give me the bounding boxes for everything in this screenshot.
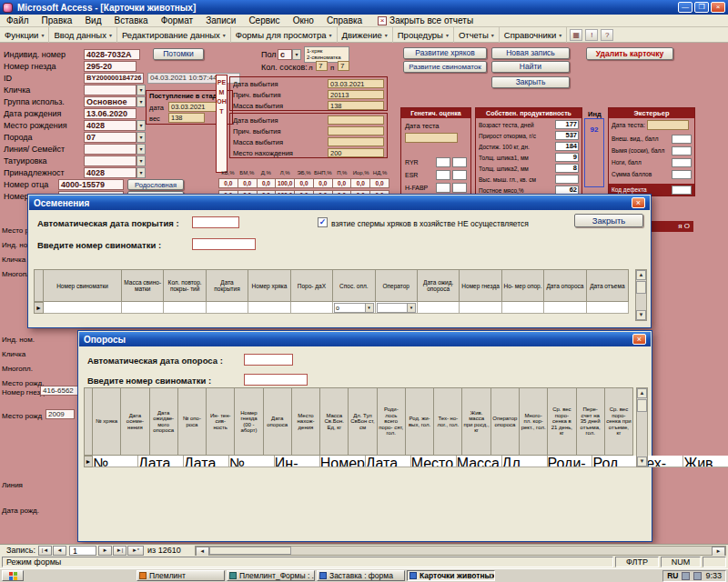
- cell-wean-date[interactable]: [587, 302, 629, 314]
- column-header[interactable]: Ср. вес поро- сенка при отъеме, кг: [605, 387, 633, 456]
- birth-date-field[interactable]: 13.06.2020: [84, 108, 136, 119]
- cell-method-combo[interactable]: о▾: [333, 302, 375, 314]
- productivity-value-field[interactable]: 9: [555, 153, 579, 162]
- farrow-row-cell[interactable]: Роди- лось всего поро- сят, гол.: [548, 456, 593, 467]
- farrow-row-cell[interactable]: Жив. масса при росд., кг: [683, 456, 728, 467]
- cell-expected-farrow-date[interactable]: [418, 302, 460, 314]
- exterior-value-field[interactable]: [672, 135, 692, 144]
- column-header[interactable]: Дата ожид. опороса: [418, 269, 460, 302]
- tray-icon[interactable]: [682, 572, 690, 580]
- exit-row[interactable]: Дата выбытия: [230, 115, 387, 125]
- line-family-field[interactable]: [84, 144, 136, 155]
- menu-item[interactable]: Правка: [35, 15, 79, 26]
- gene-value-field[interactable]: [436, 157, 450, 167]
- farrow-row-cell[interactable]: Место нахож- дения: [411, 456, 457, 467]
- cell-operator-combo[interactable]: ▾: [376, 302, 418, 314]
- blood-value-cell[interactable]: 0,0: [218, 178, 238, 188]
- column-header[interactable]: Ин- тен- сив- ность: [207, 387, 235, 456]
- dropdown-arrow-icon[interactable]: ▾: [136, 156, 146, 166]
- column-header[interactable]: Жив. масса при росд., кг: [462, 387, 490, 456]
- blood-value-cell[interactable]: 0,0: [258, 178, 277, 188]
- menu-item[interactable]: Вид: [78, 15, 107, 26]
- toolbar-help-icon[interactable]: ?: [601, 29, 613, 41]
- dropdown-arrow-icon[interactable]: ▾: [136, 85, 146, 95]
- language-indicator[interactable]: RU: [667, 571, 678, 580]
- gene-value-field[interactable]: [452, 170, 467, 180]
- farrow-row-cell[interactable]: № опо- роса: [229, 456, 275, 467]
- menu-item[interactable]: Сервис: [242, 15, 286, 26]
- ownership-field[interactable]: 4028: [84, 167, 136, 178]
- blood-value-cell[interactable]: 0,0: [238, 178, 258, 188]
- strip-birth-field[interactable]: 2009: [46, 409, 75, 419]
- close-icon[interactable]: ×: [632, 334, 646, 345]
- scroll-thumb[interactable]: [637, 399, 647, 412]
- no-semen-checkbox[interactable]: ✓: [318, 217, 328, 227]
- dropdown-arrow-icon[interactable]: ▾: [408, 303, 416, 313]
- toolbar-menu-item[interactable]: Справочники▾: [500, 27, 568, 43]
- column-header[interactable]: Но- мер опор.: [502, 269, 544, 302]
- inseminations-dialog-titlebar[interactable]: Осеменения ×: [29, 196, 650, 210]
- last-record-button[interactable]: ►|: [113, 546, 126, 556]
- gene-value-field[interactable]: [436, 170, 450, 180]
- close-form-button[interactable]: Закрыть: [491, 76, 570, 88]
- blood-value-cell[interactable]: 0,0: [295, 178, 314, 188]
- cell-breed[interactable]: [291, 302, 333, 314]
- column-header[interactable]: Дата опороса: [264, 387, 292, 456]
- exit-row[interactable]: Дата выбытия03.03.2021: [230, 78, 387, 89]
- column-header[interactable]: Дата покрытия: [207, 269, 248, 302]
- restore-icon[interactable]: ❒: [694, 2, 709, 13]
- start-button[interactable]: [2, 570, 24, 581]
- next-record-button[interactable]: ►: [98, 546, 112, 556]
- column-header[interactable]: Оператор опороса: [491, 387, 520, 456]
- horizontal-scrollbar[interactable]: ◄ ►: [195, 546, 726, 556]
- menu-item[interactable]: Записи: [199, 15, 242, 26]
- sow-number-input[interactable]: [192, 238, 256, 250]
- cell-farrow-date[interactable]: [544, 302, 586, 314]
- row-selector-icon[interactable]: ►: [84, 456, 93, 467]
- cell-boar-number[interactable]: [248, 302, 290, 314]
- close-icon[interactable]: ×: [711, 2, 725, 13]
- exterior-value-field[interactable]: [672, 170, 692, 179]
- breed-field[interactable]: 07: [84, 132, 136, 143]
- menu-item[interactable]: Вставка: [107, 15, 154, 26]
- find-button[interactable]: Найти: [491, 61, 570, 73]
- teats-right-field[interactable]: 7: [338, 61, 349, 71]
- id-field[interactable]: BY200000184726: [84, 73, 144, 84]
- dialog-close-button[interactable]: Закрыть: [574, 214, 643, 227]
- column-header[interactable]: № опо- роса: [178, 387, 207, 456]
- toolbar-menu-item[interactable]: Ввод данных▾: [49, 27, 116, 43]
- toolbar-run-icon[interactable]: !: [585, 29, 598, 41]
- exterior-value-field[interactable]: [672, 146, 692, 156]
- potomki-button[interactable]: Потомки: [153, 48, 204, 60]
- dropdown-arrow-icon[interactable]: ▾: [136, 144, 146, 155]
- gene-value-field[interactable]: [436, 183, 450, 193]
- column-header[interactable]: № хряка: [93, 387, 121, 456]
- farrow-row-cell[interactable]: Масса Св.Бон. Ед, кг: [457, 456, 502, 467]
- column-header[interactable]: Номер гнезда (00 - аборт): [235, 387, 263, 456]
- individual-number-field[interactable]: 4028-7032A: [84, 49, 140, 60]
- taskbar-item-animal-cards[interactable]: Карточки животных: [407, 570, 495, 581]
- scroll-down-icon[interactable]: ▼: [636, 310, 646, 320]
- column-header[interactable]: Место нахож- дения: [292, 387, 320, 456]
- blood-value-cell[interactable]: 0,0: [351, 178, 370, 188]
- cell-farrow-number[interactable]: [502, 302, 544, 314]
- minimize-icon[interactable]: —: [678, 2, 693, 13]
- scroll-up-icon[interactable]: ▲: [637, 388, 647, 398]
- column-header[interactable]: Ср. вес поро- сенка в 21 день, кг: [548, 387, 576, 456]
- exit-row[interactable]: Масса выбытия: [230, 136, 387, 147]
- productivity-value-field[interactable]: 8: [555, 164, 579, 173]
- menu-item[interactable]: Файл: [0, 15, 35, 26]
- farrow-row-cell[interactable]: Ин- тен- сив- ность: [275, 456, 320, 467]
- taskbar-item-zastavka[interactable]: Заставка : форма: [317, 570, 405, 581]
- gene-value-field[interactable]: [452, 183, 467, 193]
- exit-row[interactable]: Прич. выбытия20113: [230, 89, 387, 100]
- new-record-button[interactable]: ►*: [127, 546, 144, 556]
- first-record-button[interactable]: |◄: [38, 546, 52, 556]
- scroll-right-icon[interactable]: ►: [712, 547, 725, 557]
- blood-value-cell[interactable]: 100,0: [276, 178, 295, 188]
- cell-cover-date[interactable]: [207, 302, 248, 314]
- toolbar-menu-item[interactable]: Движение▾: [338, 27, 393, 43]
- column-header[interactable]: Дата отъема: [587, 269, 629, 302]
- farrow-row-cell[interactable]: Дата опороса: [366, 456, 411, 467]
- column-header[interactable]: Кол. повтор. покры- тий: [164, 269, 206, 302]
